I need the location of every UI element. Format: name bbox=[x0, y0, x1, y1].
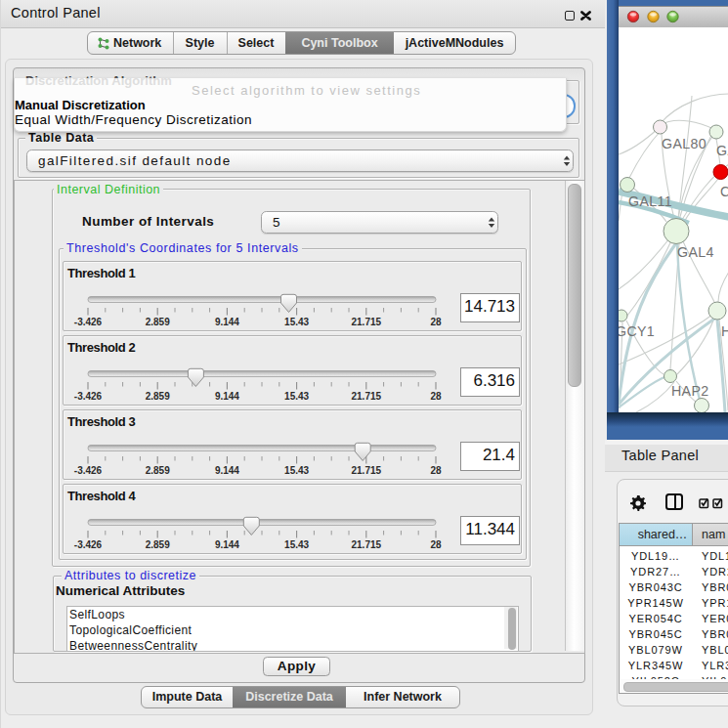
svg-text:HI: HI bbox=[721, 323, 728, 339]
svg-text:GAL80: GAL80 bbox=[662, 136, 707, 151]
svg-text:GA: GA bbox=[716, 143, 728, 158]
svg-text:GAL11: GAL11 bbox=[628, 193, 672, 209]
svg-text:HAP2: HAP2 bbox=[671, 383, 708, 399]
svg-text:GCY1: GCY1 bbox=[619, 323, 655, 339]
svg-text:C: C bbox=[720, 184, 728, 199]
svg-text:GAL4: GAL4 bbox=[677, 244, 714, 260]
